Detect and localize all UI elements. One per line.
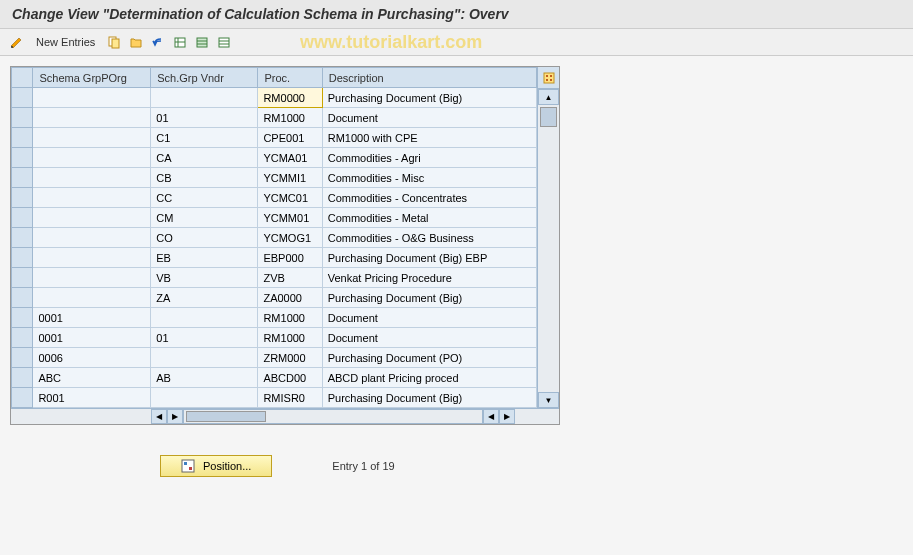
cell-proc[interactable]: ZVB bbox=[258, 268, 322, 288]
table-row[interactable]: CCYCMC01Commodities - Concentrates bbox=[12, 188, 537, 208]
select-all-icon[interactable] bbox=[193, 33, 211, 51]
scroll-last-button[interactable]: ▶ bbox=[499, 409, 515, 424]
cell-grpvndr[interactable] bbox=[151, 88, 258, 108]
pencil-glasses-icon[interactable] bbox=[8, 33, 26, 51]
cell-proc[interactable]: YCMOG1 bbox=[258, 228, 322, 248]
table-row[interactable]: 000101RM1000Document bbox=[12, 328, 537, 348]
scroll-down-button[interactable]: ▼ bbox=[538, 392, 559, 408]
cell-grporg[interactable] bbox=[33, 128, 151, 148]
cell-desc[interactable]: Purchasing Document (Big) EBP bbox=[322, 248, 536, 268]
row-selector[interactable] bbox=[12, 208, 33, 228]
cell-grporg[interactable]: R001 bbox=[33, 388, 151, 408]
cell-grporg[interactable]: 0006 bbox=[33, 348, 151, 368]
cell-desc[interactable]: Venkat Pricing Procedure bbox=[322, 268, 536, 288]
row-selector[interactable] bbox=[12, 168, 33, 188]
cell-grpvndr[interactable]: EB bbox=[151, 248, 258, 268]
table-row[interactable]: ZAZA0000Purchasing Document (Big) bbox=[12, 288, 537, 308]
cell-desc[interactable]: Document bbox=[322, 328, 536, 348]
table-row[interactable]: VBZVBVenkat Pricing Procedure bbox=[12, 268, 537, 288]
table-row[interactable]: 0001RM1000Document bbox=[12, 308, 537, 328]
cell-desc[interactable]: Document bbox=[322, 308, 536, 328]
cell-desc[interactable]: Commodities - Concentrates bbox=[322, 188, 536, 208]
position-button[interactable]: Position... bbox=[160, 455, 272, 477]
cell-grporg[interactable] bbox=[33, 248, 151, 268]
scroll-first-button[interactable]: ◀ bbox=[483, 409, 499, 424]
copy-icon[interactable] bbox=[105, 33, 123, 51]
cell-grporg[interactable] bbox=[33, 188, 151, 208]
cell-proc[interactable]: ABCD00 bbox=[258, 368, 322, 388]
cell-desc[interactable]: Purchasing Document (Big) bbox=[322, 388, 536, 408]
cell-proc[interactable]: EBP000 bbox=[258, 248, 322, 268]
horizontal-scrollbar-track[interactable] bbox=[183, 409, 483, 424]
table-settings-icon[interactable] bbox=[538, 67, 559, 89]
cell-grpvndr[interactable] bbox=[151, 308, 258, 328]
cell-grpvndr[interactable] bbox=[151, 388, 258, 408]
cell-grpvndr[interactable]: ZA bbox=[151, 288, 258, 308]
row-selector[interactable] bbox=[12, 248, 33, 268]
row-selector[interactable] bbox=[12, 348, 33, 368]
cell-grpvndr[interactable]: C1 bbox=[151, 128, 258, 148]
row-selector[interactable] bbox=[12, 228, 33, 248]
cell-desc[interactable]: ABCD plant Pricing proced bbox=[322, 368, 536, 388]
row-selector[interactable] bbox=[12, 148, 33, 168]
scroll-left-button[interactable]: ◀ bbox=[151, 409, 167, 424]
table-row[interactable]: ABCABABCD00ABCD plant Pricing proced bbox=[12, 368, 537, 388]
cell-proc[interactable]: YCMM01 bbox=[258, 208, 322, 228]
cell-grporg[interactable] bbox=[33, 228, 151, 248]
horizontal-scrollbar-thumb[interactable] bbox=[186, 411, 266, 422]
cell-desc[interactable]: Commodities - Agri bbox=[322, 148, 536, 168]
table-row[interactable]: CMYCMM01Commodities - Metal bbox=[12, 208, 537, 228]
vertical-scrollbar-track[interactable] bbox=[538, 105, 559, 392]
table-row[interactable]: RM0000Purchasing Document (Big) bbox=[12, 88, 537, 108]
row-selector[interactable] bbox=[12, 128, 33, 148]
deselect-all-icon[interactable] bbox=[215, 33, 233, 51]
table-row[interactable]: C1CPE001RM1000 with CPE bbox=[12, 128, 537, 148]
cell-desc[interactable]: Purchasing Document (PO) bbox=[322, 348, 536, 368]
table-row[interactable]: EBEBP000Purchasing Document (Big) EBP bbox=[12, 248, 537, 268]
cell-grporg[interactable] bbox=[33, 268, 151, 288]
table-row[interactable]: COYCMOG1Commodities - O&G Business bbox=[12, 228, 537, 248]
cell-grpvndr[interactable]: CB bbox=[151, 168, 258, 188]
cell-grpvndr[interactable]: VB bbox=[151, 268, 258, 288]
col-header-grporg[interactable]: Schema GrpPOrg bbox=[33, 68, 151, 88]
col-header-grpvndr[interactable]: Sch.Grp Vndr bbox=[151, 68, 258, 88]
cell-proc[interactable]: RM1000 bbox=[258, 328, 322, 348]
row-selector[interactable] bbox=[12, 288, 33, 308]
cell-grporg[interactable] bbox=[33, 108, 151, 128]
col-header-desc[interactable]: Description bbox=[322, 68, 536, 88]
cell-proc[interactable]: ZRM000 bbox=[258, 348, 322, 368]
undo-icon[interactable] bbox=[149, 33, 167, 51]
cell-grporg[interactable]: 0001 bbox=[33, 328, 151, 348]
folder-icon[interactable] bbox=[127, 33, 145, 51]
cell-desc[interactable]: RM1000 with CPE bbox=[322, 128, 536, 148]
scroll-right-button[interactable]: ▶ bbox=[167, 409, 183, 424]
cell-proc[interactable]: CPE001 bbox=[258, 128, 322, 148]
vertical-scrollbar-thumb[interactable] bbox=[540, 107, 557, 127]
cell-proc[interactable]: RM1000 bbox=[258, 108, 322, 128]
row-selector[interactable] bbox=[12, 388, 33, 408]
cell-grporg[interactable] bbox=[33, 88, 151, 108]
col-header-proc[interactable]: Proc. bbox=[258, 68, 322, 88]
row-selector[interactable] bbox=[12, 268, 33, 288]
cell-grporg[interactable] bbox=[33, 288, 151, 308]
cell-grporg[interactable] bbox=[33, 148, 151, 168]
cell-desc[interactable]: Commodities - O&G Business bbox=[322, 228, 536, 248]
cell-proc[interactable]: RM0000 bbox=[258, 88, 322, 108]
table-row[interactable]: 01RM1000Document bbox=[12, 108, 537, 128]
table-row[interactable]: CBYCMMI1Commodities - Misc bbox=[12, 168, 537, 188]
cell-desc[interactable]: Commodities - Metal bbox=[322, 208, 536, 228]
cell-grpvndr[interactable]: 01 bbox=[151, 108, 258, 128]
cell-proc[interactable]: YCMMI1 bbox=[258, 168, 322, 188]
delimit-icon[interactable] bbox=[171, 33, 189, 51]
table-row[interactable]: R001RMISR0Purchasing Document (Big) bbox=[12, 388, 537, 408]
cell-desc[interactable]: Purchasing Document (Big) bbox=[322, 88, 536, 108]
new-entries-button[interactable]: New Entries bbox=[30, 34, 101, 50]
cell-grporg[interactable]: ABC bbox=[33, 368, 151, 388]
cell-proc[interactable]: YCMC01 bbox=[258, 188, 322, 208]
row-selector-header[interactable] bbox=[12, 68, 33, 88]
cell-proc[interactable]: ZA0000 bbox=[258, 288, 322, 308]
row-selector[interactable] bbox=[12, 188, 33, 208]
cell-grpvndr[interactable]: AB bbox=[151, 368, 258, 388]
scroll-up-button[interactable]: ▲ bbox=[538, 89, 559, 105]
cell-grporg[interactable]: 0001 bbox=[33, 308, 151, 328]
